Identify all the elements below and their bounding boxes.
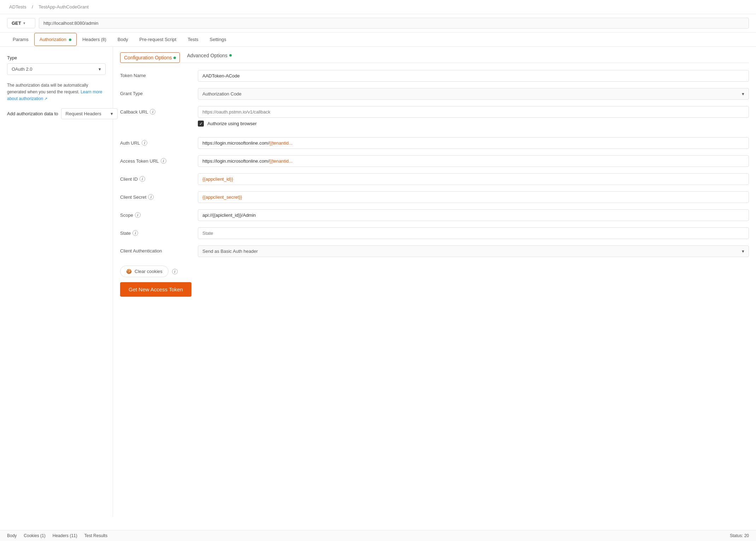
cookie-icon: 🍪 bbox=[126, 269, 132, 274]
tab-params-label: Params bbox=[13, 37, 29, 42]
client-id-label: Client ID i bbox=[120, 173, 191, 182]
type-value: OAuth 2.0 bbox=[12, 66, 33, 72]
scope-input[interactable] bbox=[198, 209, 749, 221]
client-secret-info-icon[interactable]: i bbox=[148, 194, 154, 200]
client-secret-label: Client Secret i bbox=[120, 191, 191, 200]
sub-tab-configuration-options[interactable]: Configuration Options bbox=[120, 52, 180, 63]
add-auth-chevron-icon: ▾ bbox=[111, 111, 113, 116]
sub-tabs: Configuration Options Advanced Options bbox=[120, 47, 749, 63]
auth-url-label: Auth URL i bbox=[120, 137, 191, 146]
authorize-browser-label: Authorize using browser bbox=[207, 121, 256, 126]
tab-authorization[interactable]: Authorization bbox=[34, 33, 77, 46]
method-chevron-icon: ▾ bbox=[23, 21, 25, 25]
client-id-input[interactable] bbox=[198, 173, 749, 185]
access-token-url-prefix: https://login.microsoftonline.com/ bbox=[202, 158, 269, 164]
add-auth-select[interactable]: Request Headers ▾ bbox=[61, 108, 118, 119]
client-auth-value: Send as Basic Auth header bbox=[202, 249, 258, 254]
breadcrumb-separator: / bbox=[32, 4, 33, 10]
callback-url-field: Callback URL i ✓ Authorize using browser bbox=[120, 106, 749, 131]
sub-tab-config-label: Configuration Options bbox=[124, 55, 172, 60]
description-text: The authorization data will be automatic… bbox=[7, 82, 106, 103]
access-token-url-input[interactable]: https://login.microsoftonline.com/{{tena… bbox=[198, 155, 749, 167]
type-label: Type bbox=[7, 55, 106, 60]
scope-label: Scope i bbox=[120, 209, 191, 218]
tab-tests[interactable]: Tests bbox=[182, 33, 204, 46]
clear-cookies-label: Clear cookies bbox=[135, 269, 163, 274]
client-id-input-wrapper bbox=[198, 173, 749, 185]
tab-headers-badge: (8) bbox=[101, 37, 106, 42]
tab-headers-label: Headers bbox=[82, 37, 100, 42]
callback-url-info-icon[interactable]: i bbox=[150, 109, 155, 115]
grant-type-chevron-icon: ▾ bbox=[742, 91, 744, 97]
breadcrumb: ADTests / TestApp-AuthCodeGrant bbox=[0, 0, 756, 14]
grant-type-input-wrapper: Authorization Code ▾ bbox=[198, 88, 749, 100]
add-auth-value: Request Headers bbox=[66, 111, 101, 116]
client-id-field: Client ID i bbox=[120, 173, 749, 185]
main-tabs: Params Authorization Headers (8) Body Pr… bbox=[0, 33, 756, 47]
add-auth-row: Add authorization data to Request Header… bbox=[7, 108, 106, 119]
tab-params[interactable]: Params bbox=[7, 33, 34, 46]
state-label: State i bbox=[120, 227, 191, 236]
config-options-dot bbox=[173, 57, 176, 59]
breadcrumb-current: TestApp-AuthCodeGrant bbox=[39, 4, 89, 10]
tab-settings-label: Settings bbox=[210, 37, 226, 42]
check-icon: ✓ bbox=[199, 121, 203, 126]
description-content: The authorization data will be automatic… bbox=[7, 83, 88, 94]
state-field: State i bbox=[120, 227, 749, 239]
method-label: GET bbox=[12, 21, 21, 26]
method-select[interactable]: GET ▾ bbox=[7, 18, 35, 28]
client-auth-input-wrapper: Send as Basic Auth header ▾ bbox=[198, 245, 749, 257]
state-input-wrapper bbox=[198, 227, 749, 239]
tab-authorization-label: Authorization bbox=[40, 37, 66, 42]
left-panel: Type OAuth 2.0 ▾ The authorization data … bbox=[0, 47, 113, 517]
token-name-input[interactable] bbox=[198, 70, 749, 82]
tab-headers[interactable]: Headers (8) bbox=[77, 33, 112, 46]
callback-url-label: Callback URL i bbox=[120, 106, 191, 115]
auth-url-input[interactable]: https://login.microsoftonline.com/{{tena… bbox=[198, 137, 749, 149]
grant-type-field: Grant Type Authorization Code ▾ bbox=[120, 88, 749, 100]
grant-type-value: Authorization Code bbox=[202, 91, 242, 97]
state-input[interactable] bbox=[198, 227, 749, 239]
breadcrumb-parent[interactable]: ADTests bbox=[9, 4, 26, 10]
advanced-options-dot bbox=[229, 54, 232, 57]
tab-body[interactable]: Body bbox=[112, 33, 134, 46]
tab-settings[interactable]: Settings bbox=[204, 33, 232, 46]
get-token-label: Get New Access Token bbox=[129, 286, 183, 292]
access-token-url-suffix: {{tenantid... bbox=[269, 158, 293, 164]
access-token-url-input-wrapper: https://login.microsoftonline.com/{{tena… bbox=[198, 155, 749, 167]
access-token-url-info-icon[interactable]: i bbox=[161, 158, 166, 164]
scope-info-icon[interactable]: i bbox=[135, 212, 141, 218]
state-info-icon[interactable]: i bbox=[132, 230, 138, 236]
grant-type-label: Grant Type bbox=[120, 88, 191, 96]
access-token-url-label: Access Token URL i bbox=[120, 155, 191, 164]
token-name-input-wrapper bbox=[198, 70, 749, 82]
client-id-info-icon[interactable]: i bbox=[140, 176, 145, 182]
client-auth-chevron-icon: ▾ bbox=[742, 249, 744, 254]
type-field-row: Type OAuth 2.0 ▾ bbox=[7, 55, 106, 75]
clear-cookies-button[interactable]: 🍪 Clear cookies bbox=[120, 266, 169, 277]
clear-cookies-info-icon[interactable]: i bbox=[172, 269, 178, 274]
authorize-browser-checkbox[interactable]: ✓ bbox=[198, 121, 204, 127]
token-name-field: Token Name bbox=[120, 70, 749, 82]
auth-url-prefix: https://login.microsoftonline.com/ bbox=[202, 140, 269, 146]
grant-type-select[interactable]: Authorization Code ▾ bbox=[198, 88, 749, 100]
client-auth-field: Client Authentication Send as Basic Auth… bbox=[120, 245, 749, 257]
tab-tests-label: Tests bbox=[188, 37, 198, 42]
type-select[interactable]: OAuth 2.0 ▾ bbox=[7, 63, 106, 75]
sub-tab-advanced-label: Advanced Options bbox=[187, 53, 227, 58]
tab-pre-request-script[interactable]: Pre-request Script bbox=[134, 33, 182, 46]
sub-tab-advanced-options[interactable]: Advanced Options bbox=[187, 53, 231, 63]
client-secret-input[interactable] bbox=[198, 191, 749, 203]
callback-url-input[interactable] bbox=[198, 106, 749, 118]
client-auth-select[interactable]: Send as Basic Auth header ▾ bbox=[198, 245, 749, 257]
client-secret-input-wrapper bbox=[198, 191, 749, 203]
bottom-actions: 🍪 Clear cookies i Get New Access Token bbox=[120, 266, 749, 297]
get-new-access-token-button[interactable]: Get New Access Token bbox=[120, 282, 191, 297]
authorize-browser-row: ✓ Authorize using browser bbox=[198, 121, 749, 127]
url-input[interactable] bbox=[39, 18, 749, 29]
callback-url-input-wrapper: ✓ Authorize using browser bbox=[198, 106, 749, 131]
auth-url-info-icon[interactable]: i bbox=[142, 140, 147, 146]
add-auth-label: Add authorization data to bbox=[7, 111, 58, 116]
type-chevron-icon: ▾ bbox=[99, 66, 101, 72]
tab-body-label: Body bbox=[118, 37, 128, 42]
